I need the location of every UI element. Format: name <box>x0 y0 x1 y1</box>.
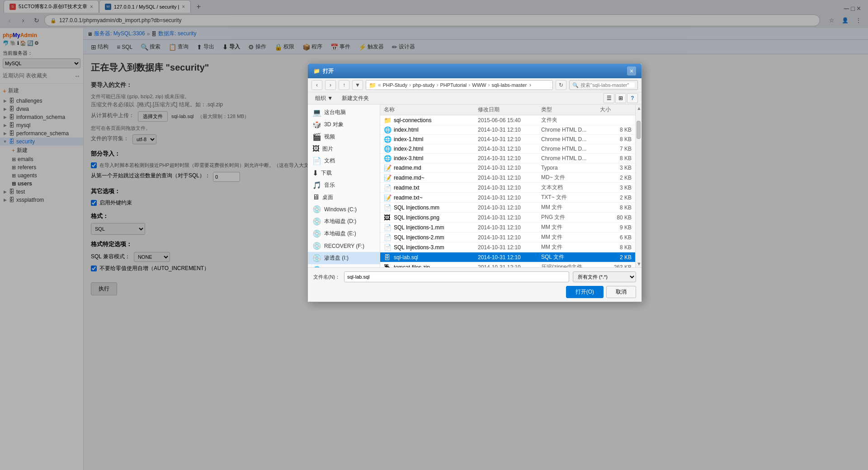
dialog-path: 📁 « PHP-Study › php-study › PHPTutorial … <box>366 80 553 90</box>
nav-item-documents[interactable]: 📄 文档 <box>308 155 380 167</box>
nav-item-drive-e[interactable]: 💿 本地磁盘 (E:) <box>308 228 380 240</box>
file-name-cell: SQL Injections-3.mm <box>394 244 478 251</box>
file-row[interactable]: 🌐 index.html 2014-10-31 12:10 Chrome HTM… <box>380 125 635 135</box>
file-icon-cell: 🌐 <box>384 155 394 162</box>
file-row[interactable]: 🌐 index-3.html 2014-10-31 12:10 Chrome H… <box>380 154 635 163</box>
view-icon-button[interactable]: ⊞ <box>615 93 626 103</box>
drive-c-icon: 💿 <box>312 205 321 214</box>
path-part-3[interactable]: WWW <box>472 82 486 88</box>
dialog-title-icon: 📁 <box>313 68 320 74</box>
file-row[interactable]: 🌐 index-1.html 2014-10-31 12:10 Chrome H… <box>380 135 635 144</box>
file-icon-cell: 🗄 <box>384 254 394 261</box>
nav-item-3d[interactable]: 🎲 3D 对象 <box>308 119 380 131</box>
col-size-header[interactable]: 大小 <box>600 106 632 114</box>
file-size: 80 KB <box>600 214 632 221</box>
dialog-organize-toolbar: 组织 ▼ 新建文件夹 ☰ ⊞ ? <box>308 92 642 104</box>
file-icon: 📄 <box>384 184 392 191</box>
file-open-dialog: 📁 打开 × ‹ › ↑ ▼ 📁 « PHP-Study › php-study… <box>307 63 642 302</box>
file-size: 263 KB <box>600 264 632 268</box>
filename-label: 文件名(N)： <box>313 274 340 280</box>
dialog-scrollbar[interactable]: ▲ ▼ <box>635 104 642 267</box>
nav-item-pictures[interactable]: 🖼 图片 <box>308 143 380 155</box>
file-icon: 📝 <box>384 164 392 171</box>
nav-item-computer[interactable]: 💻 这台电脑 <box>308 106 380 119</box>
nav-item-downloads[interactable]: ⬇ 下载 <box>308 167 380 179</box>
col-name-header[interactable]: 名称 <box>384 106 478 114</box>
file-date: 2014-10-31 12:10 <box>478 155 541 161</box>
nav-item-windows-c[interactable]: 💿 Windows (C:) <box>308 203 380 215</box>
path-sep-1: › <box>409 82 411 88</box>
scroll-down-btn[interactable]: ▼ <box>636 260 642 267</box>
scroll-up-btn[interactable]: ▲ <box>636 104 642 112</box>
music-icon: 🎵 <box>312 181 321 190</box>
organize-button[interactable]: 组织 ▼ <box>311 94 336 103</box>
file-row[interactable]: 📄 SQL Injections-1.mm 2014-10-31 12:10 M… <box>380 223 635 233</box>
organize-label: 组织 ▼ <box>315 95 333 102</box>
file-row[interactable]: 📄 SQL Injections-2.mm 2014-10-31 12:10 M… <box>380 233 635 242</box>
file-row[interactable]: 🗄 sql-lab.sql 2014-10-31 12:10 SQL 文件 2 … <box>380 252 635 262</box>
col-type-header[interactable]: 类型 <box>541 106 600 114</box>
file-size: 7 KB <box>600 146 632 152</box>
file-date: 2014-10-31 12:10 <box>478 204 541 211</box>
file-row[interactable]: 📝 readme.md~ 2014-10-31 12:10 MD~ 文件 2 K… <box>380 173 635 183</box>
dialog-close-button[interactable]: × <box>627 66 636 76</box>
file-name-cell: index.html <box>394 127 478 133</box>
nav-item-desktop-label: 桌面 <box>322 194 333 201</box>
nav-item-recovery[interactable]: 💿 RECOVERY (F:) <box>308 240 380 252</box>
path-sep-3: › <box>468 82 470 88</box>
path-part-4[interactable]: sqli-labs-master <box>491 82 527 88</box>
dialog-up-button[interactable]: ↑ <box>339 80 349 90</box>
file-row[interactable]: 🗜 tomcat-files.zip 2014-10-31 12:10 压缩(z… <box>380 262 635 267</box>
drive-d-icon: 💿 <box>312 217 321 226</box>
dialog-sidebar: 💻 这台电脑 🎲 3D 对象 🎬 视频 🖼 图片 📄 文档 <box>308 104 380 267</box>
view-list-button[interactable]: ☰ <box>604 93 614 103</box>
path-part-1[interactable]: php-study <box>413 82 434 88</box>
path-part-0[interactable]: PHP-Study <box>383 82 407 88</box>
file-icon: 📄 <box>384 244 392 251</box>
nav-item-music[interactable]: 🎵 音乐 <box>308 179 380 191</box>
file-row[interactable]: 📄 SQL Injections-3.mm 2014-10-31 12:10 M… <box>380 242 635 252</box>
filename-input[interactable] <box>344 271 569 282</box>
open-button[interactable]: 打开(O) <box>566 286 604 298</box>
scroll-thumb[interactable] <box>637 121 641 139</box>
file-date: 2014-10-31 12:10 <box>478 244 541 251</box>
file-row[interactable]: 📄 SQL Injections.mm 2014-10-31 12:10 MM … <box>380 203 635 213</box>
dialog-forward-button[interactable]: › <box>325 80 336 90</box>
nav-item-pictures-label: 图片 <box>322 145 333 153</box>
dialog-recent-button[interactable]: ▼ <box>352 80 363 90</box>
file-row[interactable]: 📝 readme.txt~ 2014-10-31 12:10 TXT~ 文件 2… <box>380 193 635 203</box>
nav-item-video-label: 视频 <box>324 133 335 141</box>
dialog-refresh-button[interactable]: ↻ <box>556 80 566 90</box>
file-type: Chrome HTML D... <box>541 127 600 133</box>
downloads-icon: ⬇ <box>312 169 318 177</box>
file-type: Typora <box>541 165 600 171</box>
nav-item-network[interactable]: 🌐 网络 <box>308 264 380 267</box>
file-row[interactable]: 🌐 index-2.html 2014-10-31 12:10 Chrome H… <box>380 144 635 154</box>
file-size: 6 KB <box>600 234 632 241</box>
filename-row: 文件名(N)： 所有文件 (*.*) <box>313 271 636 282</box>
file-name-cell: index-2.html <box>394 146 478 152</box>
filetype-select[interactable]: 所有文件 (*.*) <box>573 271 636 282</box>
file-row[interactable]: 📁 sql-connections 2015-06-06 15:40 文件夹 <box>380 115 635 125</box>
file-icon-cell: 📝 <box>384 164 394 171</box>
nav-item-drive-i[interactable]: 💿 渗透盘 (I:) <box>308 252 380 264</box>
cancel-button[interactable]: 取消 <box>606 286 636 298</box>
file-date: 2014-10-31 12:10 <box>478 214 541 221</box>
nav-item-drive-d[interactable]: 💿 本地磁盘 (D:) <box>308 215 380 228</box>
dialog-footer: 文件名(N)： 所有文件 (*.*) 打开(O) 取消 <box>308 267 642 302</box>
help-button[interactable]: ? <box>627 93 638 103</box>
nav-item-video[interactable]: 🎬 视频 <box>308 131 380 143</box>
path-part-2[interactable]: PHPTutorial <box>440 82 467 88</box>
nav-item-desktop[interactable]: 🖥 桌面 <box>308 191 380 203</box>
file-icon-cell: 🖼 <box>384 214 394 221</box>
col-date-header[interactable]: 修改日期 <box>478 106 541 114</box>
dialog-search-input[interactable] <box>580 82 635 88</box>
dialog-back-button[interactable]: ‹ <box>311 80 322 90</box>
file-row[interactable]: 📝 readme.md 2014-10-31 12:10 Typora 3 KB <box>380 163 635 173</box>
new-folder-button[interactable]: 新建文件夹 <box>338 94 373 103</box>
file-size: 8 KB <box>600 155 632 161</box>
file-row[interactable]: 📄 readme.txt 2014-10-31 12:10 文本文档 3 KB <box>380 183 635 193</box>
file-name-cell: sql-lab.sql <box>394 254 478 261</box>
file-row[interactable]: 🖼 SQL Injections.png 2014-10-31 12:10 PN… <box>380 213 635 223</box>
file-icon: 📄 <box>384 224 392 231</box>
